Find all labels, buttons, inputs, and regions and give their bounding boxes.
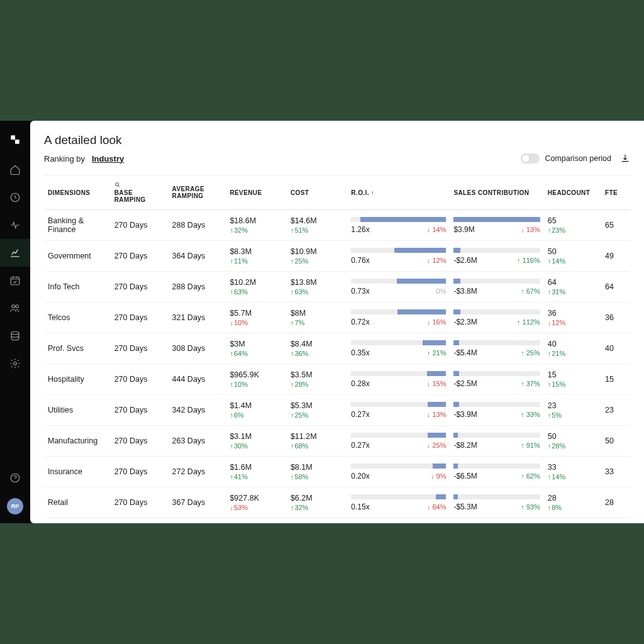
cell-base-ramping: 270 Days [111,426,169,457]
cell-headcount: 36 ↓12% [544,303,601,333]
table-row[interactable]: Utilities 270 Days 342 Days $1.4M ↑6% $5… [44,395,630,426]
delta-value: ↑64% [230,350,282,357]
sales-bar [453,371,540,376]
cell-average-ramping: 342 Days [169,395,226,426]
cell-fte: 40 [601,333,630,364]
col-sales-contribution[interactable]: SALES CONTRIBUTION [450,175,543,210]
table-row[interactable]: Telcos 270 Days 321 Days $5.7M ↓10% $8M … [44,303,630,333]
cell-roi: 0.20x ↓ 9% [347,457,450,487]
cell-roi: 0.73x 0% [347,272,450,303]
cell-revenue: $927.8K ↓53% [226,487,286,518]
table-row[interactable]: Prof. Svcs 270 Days 308 Days $3M ↑64% $8… [44,333,630,364]
cell-cost: $3.5M ↑28% [287,364,347,395]
roi-bar [351,340,446,345]
cell-sales-contribution: -$5.4M ↑ 25% [450,333,543,364]
col-base-ramping[interactable]: BASERAMPING [111,175,169,210]
cell-dimension: Banking & Finance [44,210,111,241]
table-row[interactable]: Banking & Finance 270 Days 288 Days $18.… [44,210,630,241]
cell-dimension: Hospitality [44,364,111,395]
delta-value: ↑68% [291,442,343,450]
avatar[interactable]: RP [7,498,23,514]
delta-value: ↑15% [548,380,597,388]
cell-revenue: $5.7M ↓10% [226,303,286,333]
cell-cost: $14.6M ↑51% [287,210,347,241]
people-icon[interactable] [0,294,30,322]
table-row[interactable]: Manufacturing 270 Days 263 Days $3.1M ↑3… [44,426,630,457]
help-icon[interactable] [0,464,30,492]
cell-roi: 0.35x ↑ 21% [347,333,450,364]
col-dimensions[interactable]: DIMENSIONS [44,175,111,210]
cell-base-ramping: 270 Days [111,241,169,272]
ranking-dimension-dropdown[interactable]: Industry [92,154,124,164]
delta-value: ↑28% [548,442,597,450]
cell-headcount: 50 ↑14% [544,241,601,272]
delta-value: ↑31% [548,288,597,296]
cell-revenue: $3.1M ↑30% [226,426,286,457]
sales-bar [453,309,540,314]
cell-revenue: $10.2M ↑63% [226,272,286,303]
cell-fte: 23 [601,395,630,426]
col-cost[interactable]: COST [287,175,347,210]
cell-headcount: 40 ↑21% [544,333,601,364]
cell-base-ramping: 270 Days [111,272,169,303]
col-roi[interactable]: R.O.I.↑ [347,175,450,210]
sidebar: RP [0,121,30,523]
database-icon[interactable] [0,322,30,350]
svg-point-4 [11,331,19,335]
cell-fte: 28 [601,487,630,518]
table-row[interactable]: Hospitality 270 Days 444 Days $965.9K ↑1… [44,364,630,395]
home-icon[interactable] [0,156,30,184]
delta-value: ↑8% [548,504,597,511]
cell-sales-contribution: $3.9M ↓ 13% [450,210,543,241]
cell-base-ramping: 270 Days [111,333,169,364]
cell-sales-contribution: -$6.5M ↑ 62% [450,457,543,487]
table-row[interactable]: Government 270 Days 364 Days $8.3M ↑11% … [44,241,630,272]
calendar-check-icon[interactable] [0,267,30,294]
cell-base-ramping: 270 Days [111,303,169,333]
cell-fte: 36 [601,303,630,333]
svg-rect-1 [11,277,19,285]
sales-bar [453,248,540,253]
cell-roi: 0.27x ↓ 13% [347,395,450,426]
cell-fte: 49 [601,241,630,272]
sales-bar [453,402,540,407]
svg-point-3 [16,305,19,308]
sales-bar [453,464,540,469]
delta-value: ↑63% [230,288,282,296]
col-average-ramping[interactable]: AVERAGERAMPING [169,175,226,210]
sales-bar [453,340,540,345]
cell-headcount: 15 ↑15% [544,364,601,395]
delta-value: ↑51% [291,226,343,234]
cell-average-ramping: 272 Days [169,457,226,487]
cell-average-ramping: 308 Days [169,333,226,364]
col-fte[interactable]: FTE [601,175,630,210]
comparison-toggle[interactable] [521,153,540,164]
roi-bar [351,279,446,284]
delta-value: ↓53% [230,504,282,511]
cell-dimension: Insurance [44,457,111,487]
cell-dimension: Utilities [44,395,111,426]
cell-cost: $8M ↑7% [287,303,347,333]
col-revenue[interactable]: REVENUE [226,175,286,210]
logo-icon [0,127,30,152]
delta-value: ↑32% [291,504,343,511]
col-headcount[interactable]: HEADCOUNT [544,175,601,210]
roi-bar [351,464,446,469]
download-icon[interactable] [620,153,630,164]
cell-revenue: $965.9K ↑10% [226,364,286,395]
table-row[interactable]: Retail 270 Days 367 Days $927.8K ↓53% $6… [44,487,630,518]
roi-bar [351,402,446,407]
pulse-icon[interactable] [0,211,30,239]
cell-sales-contribution: -$5.3M ↑ 93% [450,487,543,518]
table-row[interactable]: Info Tech 270 Days 288 Days $10.2M ↑63% … [44,272,630,303]
roi-bar [351,248,446,253]
roi-bar [351,371,446,376]
roi-bar [351,309,446,314]
clock-icon[interactable] [0,184,30,211]
table-row[interactable]: Insurance 270 Days 272 Days $1.6M ↑41% $… [44,457,630,487]
cell-sales-contribution: -$2.5M ↑ 37% [450,364,543,395]
chart-line-icon[interactable] [0,239,30,267]
cell-cost: $6.2M ↑32% [287,487,347,518]
gear-icon[interactable] [0,350,30,377]
cell-sales-contribution: -$3.9M ↑ 33% [450,395,543,426]
